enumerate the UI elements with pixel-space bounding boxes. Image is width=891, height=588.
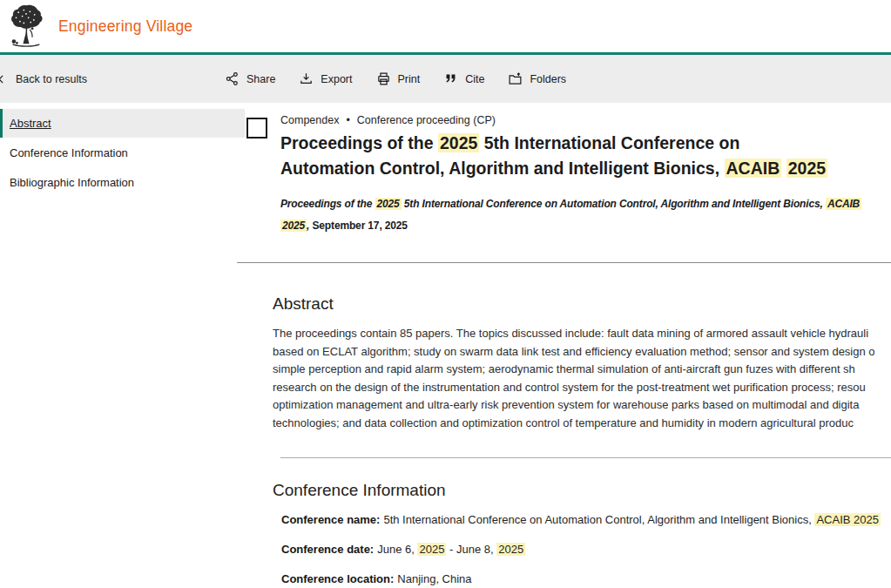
highlight: 2025 [786,159,827,178]
folders-icon [508,71,523,86]
cite-icon [443,71,458,86]
print-icon [376,71,391,86]
section-divider [237,262,891,263]
highlight: ACAIB 2025 [814,513,881,526]
subtitle-line: Proceedings of the 2025 5th Internationa… [280,193,891,215]
share-button[interactable]: Share [225,71,275,86]
sidebar-item-conference-information[interactable]: Conference Information [0,139,245,167]
title-line: Automation Control, Algorithm and Intell… [280,156,891,181]
record-title: Proceedings of the 2025 5th Internationa… [280,131,891,181]
text-segment [781,159,786,178]
chevron-left-icon [0,73,8,85]
text-segment: Proceedings of the [280,198,375,210]
toolbar-action-label: Export [321,73,352,85]
main-content: Compendex • Conference proceeding (CP) P… [245,103,891,588]
highlight: 2025 [496,543,525,556]
database-label: Compendex [280,114,339,126]
highlight: ACAIB [826,198,861,210]
elsevier-tree-logo [7,3,45,49]
abstract-line: optimization management and ultra-early … [273,396,891,415]
text-segment: 5th International Conference on Automati… [402,198,826,210]
brand-link[interactable]: Engineering Village [58,17,192,36]
field-label: Conference name: [281,513,380,526]
folders-button[interactable]: Folders [508,71,566,86]
meta-separator: • [346,114,349,126]
toolbar-action-label: Cite [465,73,484,85]
field-row: Conference date:June 6, 2025 - June 8, 2… [281,542,891,557]
abstract-text: The proceedings contain 85 papers. The t… [273,325,891,432]
cite-button[interactable]: Cite [443,71,484,86]
conference-info-heading: Conference Information [273,481,891,500]
doc-type-label: Conference proceeding (CP) [357,114,496,126]
abstract-line: based on ECLAT algorithm; study on swarm… [273,343,891,362]
print-button[interactable]: Print [376,71,421,86]
conference-info-fields: Conference name:5th International Confer… [281,512,891,586]
field-row: Conference name:5th International Confer… [281,512,891,527]
text-segment: Proceedings of the [280,133,438,152]
section-divider [280,457,891,458]
highlight: ACAIB [725,159,782,178]
record-subtitle: Proceedings of the 2025 5th Internationa… [280,193,891,236]
content-layout: AbstractConference InformationBibliograp… [0,103,891,588]
sidebar-item-abstract[interactable]: Abstract [0,109,245,138]
abstract-line: simple perception and rapid alarm system… [273,361,891,379]
abstract-heading: Abstract [273,294,891,314]
abstract-line: technologies; and data collection and op… [273,415,891,433]
toolbar-action-label: Print [398,73,421,85]
highlight: 2025 [438,133,479,152]
text-segment: 5th International Conference on [479,133,739,152]
abstract-line: research on the design of the instrument… [273,379,891,397]
toolbar-actions: ShareExportPrintCiteFolders [225,55,566,103]
field-label: Conference date: [281,543,374,556]
sidebar: AbstractConference InformationBibliograp… [0,103,245,588]
toolbar-action-label: Folders [530,73,566,85]
app-header: Engineering Village [0,0,891,52]
toolbar-action-label: Share [246,73,275,85]
highlight: 2025 [375,198,402,210]
subtitle-line: 2025, September 17, 2025 [280,215,891,237]
text-segment: September 17, 2025 [312,220,407,232]
text-segment: Automation Control, Algorithm and Intell… [280,159,725,178]
share-icon [225,71,240,86]
field-row: Conference location:Nanjing, China [281,571,891,586]
sidebar-item-bibliographic-information[interactable]: Bibliographic Information [0,168,245,197]
abstract-line: The proceedings contain 85 papers. The t… [273,325,891,343]
text-segment: Nanjing, China [397,572,471,585]
highlight: 2025 [280,220,307,232]
text-segment: June 6, [377,543,417,556]
highlight: 2025 [417,543,446,556]
text-segment: 5th International Conference on Automati… [383,513,814,526]
back-to-results-label: Back to results [16,73,87,85]
field-label: Conference location: [281,572,394,585]
export-button[interactable]: Export [299,71,352,86]
record-meta: Compendex • Conference proceeding (CP) [280,114,891,126]
text-segment: - June 8, [446,543,496,556]
record-select-checkbox[interactable] [246,118,267,139]
export-icon [299,71,314,86]
toolbar: Back to results ShareExportPrintCiteFold… [0,55,891,103]
back-to-results-button[interactable]: Back to results [0,73,87,85]
title-line: Proceedings of the 2025 5th Internationa… [280,131,891,156]
